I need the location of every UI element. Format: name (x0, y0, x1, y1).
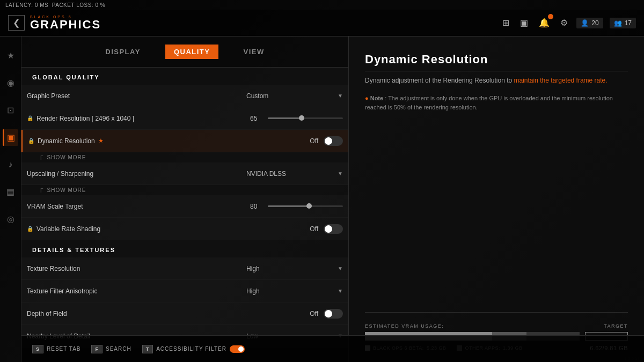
settings-panel: DISPLAY QUALITY VIEW GLOBAL QUALITY Grap… (21, 36, 349, 362)
upscaling-value[interactable]: NVIDIA DLSS ▼ (246, 170, 343, 178)
sidebar-item-controller[interactable]: ⊡ (4, 102, 17, 119)
show-more-2[interactable]: SHOW MORE (21, 185, 348, 195)
graphic-preset-row[interactable]: Graphic Preset Custom ▼ (21, 85, 348, 107)
details-textures-header: DETAILS & TEXTURES (21, 240, 348, 257)
upscaling-label: Upscaling / Sharpening (27, 170, 246, 178)
packet-loss-text: PACKET LOSS: 0 % (52, 2, 105, 8)
depth-of-field-row[interactable]: Depth of Field Off (21, 302, 348, 325)
render-resolution-value[interactable]: 65 (250, 115, 343, 122)
texture-resolution-label: Texture Resolution (27, 265, 246, 272)
settings-button[interactable]: ⚙ (558, 16, 570, 30)
group-count-display: 👥 17 (610, 18, 636, 28)
sidebar-item-audio[interactable]: ♪ (5, 157, 16, 173)
left-sidebar: ★ ◉ ⊡ ▣ ♪ ▤ ◎ (0, 36, 21, 362)
back-button[interactable]: ❮ (8, 15, 25, 31)
status-bar: LATENCY: 0 MS PACKET LOSS: 0 % (0, 0, 644, 10)
nav-right: ⊞ ▣ 🔔 ⚙ 👤 20 👥 17 (500, 16, 636, 30)
sidebar-item-ui[interactable]: ▤ (3, 183, 18, 200)
accessibility-toggle[interactable] (230, 345, 245, 353)
variable-rate-toggle[interactable] (324, 224, 343, 234)
search-label: SEARCH (106, 346, 131, 352)
logo-area: BLACK OPS 6 GRAPHICS (30, 15, 101, 31)
user-count: 20 (591, 19, 598, 27)
depth-of-field-toggle[interactable] (324, 309, 343, 319)
sidebar-item-user[interactable]: ◉ (4, 75, 18, 91)
lock-icon: 🔒 (27, 115, 33, 121)
bell-button[interactable]: 🔔 (537, 16, 552, 30)
dynamic-resolution-value: Off (310, 136, 343, 146)
texture-filter-label: Texture Filter Anisotropic (27, 287, 246, 295)
dynamic-resolution-row[interactable]: 🔒 Dynamic Resolution ★ Off (21, 130, 348, 152)
upscaling-row[interactable]: Upscaling / Sharpening NVIDIA DLSS ▼ (21, 162, 348, 185)
texture-filter-arrow: ▼ (338, 288, 343, 294)
texture-filter-row[interactable]: Texture Filter Anisotropic High ▼ (21, 280, 348, 302)
slider-fill (268, 117, 302, 119)
tab-display[interactable]: DISPLAY (97, 45, 149, 59)
star-icon: ★ (98, 137, 104, 144)
info-description: Dynamic adjustment of the Rendering Reso… (365, 76, 628, 85)
group-count: 17 (625, 19, 632, 27)
variable-rate-value: Off (310, 224, 343, 234)
nav-left: ❮ BLACK OPS 6 GRAPHICS (8, 15, 101, 31)
top-nav: ❮ BLACK OPS 6 GRAPHICS ⊞ ▣ 🔔 ⚙ 👤 20 👥 17 (0, 10, 644, 36)
vram-scale-value[interactable]: 80 (250, 203, 343, 210)
vram-labels: ESTIMATED VRAM USAGE: TARGET (365, 323, 628, 329)
main-content: DISPLAY QUALITY VIEW GLOBAL QUALITY Grap… (21, 36, 644, 362)
sidebar-item-graphics[interactable]: ▣ (3, 129, 18, 146)
accessibility-key: T (142, 345, 153, 353)
grid-button[interactable]: ⊞ (500, 16, 511, 30)
texture-resolution-value[interactable]: High ▼ (246, 265, 343, 272)
settings-scroll[interactable]: GLOBAL QUALITY Graphic Preset Custom ▼ 🔒… (21, 68, 348, 362)
reset-tab-button[interactable]: S RESET TAB (32, 345, 80, 353)
vram-scale-label: VRAM Scale Target (27, 203, 250, 210)
note-label: Note (370, 95, 383, 101)
slider-thumb (299, 115, 304, 121)
logo-title: GRAPHICS (30, 19, 101, 31)
lock-icon-3: 🔒 (27, 226, 33, 232)
graphic-preset-value[interactable]: Custom ▼ (246, 92, 343, 100)
lock-icon-2: 🔒 (28, 138, 34, 144)
accessibility-label: ACCESSIBILITY FILTER (156, 346, 226, 352)
group-icon: 👥 (614, 19, 622, 27)
tab-bar: DISPLAY QUALITY VIEW (21, 36, 348, 68)
vram-target-label: TARGET (604, 323, 628, 329)
variable-rate-label: 🔒 Variable Rate Shading (27, 225, 310, 233)
graphic-preset-arrow: ▼ (338, 93, 343, 99)
image-button[interactable]: ▣ (518, 16, 530, 30)
depth-of-field-label: Depth of Field (27, 310, 310, 317)
render-resolution-label: 🔒 Render Resolution [ 2496 x 1040 ] (27, 115, 250, 122)
latency-text: LATENCY: 0 MS (5, 2, 48, 8)
reset-key: S (32, 345, 43, 353)
vram-scale-slider[interactable] (268, 205, 343, 207)
search-key: F (91, 345, 103, 353)
global-quality-header: GLOBAL QUALITY (21, 68, 348, 85)
upscaling-arrow: ▼ (338, 171, 343, 176)
show-more-1[interactable]: SHOW MORE (21, 152, 348, 162)
bottom-bar: S RESET TAB F SEARCH T ACCESSIBILITY FIL… (21, 335, 644, 362)
accessibility-button[interactable]: T ACCESSIBILITY FILTER (142, 345, 245, 353)
tab-quality[interactable]: QUALITY (165, 45, 219, 59)
reset-label: RESET TAB (47, 346, 80, 352)
note-text: : The adjustment is only done when the G… (365, 95, 613, 110)
vram-scale-row[interactable]: VRAM Scale Target 80 (21, 195, 348, 218)
graphic-preset-label: Graphic Preset (27, 92, 246, 100)
info-panel: Dynamic Resolution Dynamic adjustment of… (349, 36, 644, 362)
texture-res-arrow: ▼ (338, 265, 343, 271)
info-desc-highlight: maintain the targeted frame rate. (514, 77, 608, 84)
depth-of-field-value: Off (310, 309, 343, 319)
dynamic-resolution-label: 🔒 Dynamic Resolution ★ (28, 137, 310, 145)
texture-resolution-row[interactable]: Texture Resolution High ▼ (21, 257, 348, 280)
slider-fill-2 (268, 205, 309, 207)
search-button[interactable]: F SEARCH (91, 345, 131, 353)
sidebar-item-favorites[interactable]: ★ (4, 47, 18, 64)
dynamic-resolution-toggle[interactable] (324, 136, 343, 146)
render-resolution-slider[interactable] (268, 117, 343, 119)
variable-rate-row[interactable]: 🔒 Variable Rate Shading Off (21, 218, 348, 240)
render-resolution-row[interactable]: 🔒 Render Resolution [ 2496 x 1040 ] 65 (21, 107, 348, 130)
sidebar-item-network[interactable]: ◎ (4, 211, 18, 227)
texture-filter-value[interactable]: High ▼ (246, 287, 343, 295)
info-note: ● Note : The adjustment is only done whe… (365, 94, 628, 112)
info-title: Dynamic Resolution (365, 53, 628, 71)
user-count-display: 👤 20 (576, 18, 603, 28)
tab-view[interactable]: VIEW (235, 45, 273, 59)
